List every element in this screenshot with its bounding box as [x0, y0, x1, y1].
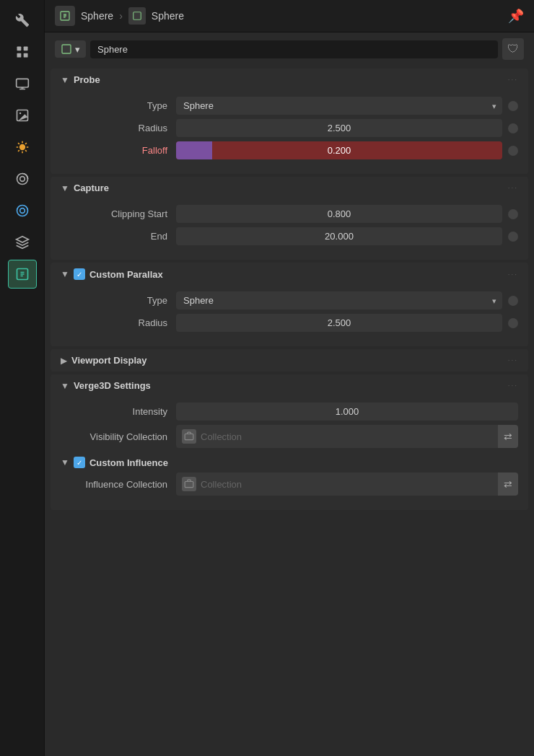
breadcrumb-label1: Sphere — [81, 10, 113, 22]
svg-rect-19 — [185, 482, 193, 488]
svg-rect-17 — [62, 45, 71, 53]
visibility-collection-row: Visibility Collection Collection ⇄ — [61, 425, 518, 448]
shader-icon[interactable] — [8, 133, 37, 162]
constraint-icon[interactable] — [8, 196, 37, 225]
visibility-collection-label: Visibility Collection — [61, 431, 176, 442]
probe-radius-label: Radius — [61, 123, 176, 133]
probe-falloff-label: Falloff — [61, 145, 176, 156]
svg-rect-16 — [134, 12, 141, 20]
panels-container: ▼ Probe ··· Type Sphere ▾ — [45, 66, 534, 756]
custom-influence-title: Custom Influence — [89, 457, 168, 468]
capture-clipping-start-input[interactable] — [176, 205, 502, 223]
parallax-type-select[interactable]: Sphere — [176, 291, 502, 309]
viewport-display-header-left: ▶ Viewport Display — [61, 355, 147, 366]
shield-button[interactable]: 🛡 — [502, 38, 524, 60]
svg-point-8 — [19, 113, 20, 115]
custom-influence-checkbox[interactable]: ✓ — [74, 457, 85, 468]
visibility-collection-field[interactable]: Collection — [176, 425, 498, 448]
visibility-collection-swap-button[interactable]: ⇄ — [498, 425, 518, 448]
data-icon[interactable] — [8, 228, 37, 257]
capture-end-control — [176, 227, 502, 245]
probe-type-label: Type — [61, 100, 176, 111]
probe-panel-body: Type Sphere ▾ Radius — [51, 91, 528, 174]
viewport-display-title: Viewport Display — [71, 355, 147, 366]
verge3d-arrow: ▼ — [61, 381, 69, 391]
svg-rect-3 — [23, 53, 27, 58]
influence-collection-field[interactable]: Collection — [176, 472, 498, 496]
probe-falloff-row: Falloff 0.200 — [61, 141, 518, 159]
custom-influence-header[interactable]: ▼ ✓ Custom Influence — [61, 452, 518, 472]
custom-parallax-header[interactable]: ▼ ✓ Custom Parallax ··· — [51, 263, 528, 286]
tools-icon[interactable] — [8, 6, 37, 35]
probe-icon[interactable] — [8, 260, 37, 289]
svg-point-9 — [19, 144, 25, 150]
object-name-input[interactable] — [90, 40, 498, 58]
modifier-icon[interactable] — [8, 164, 37, 193]
probe-radius-dot[interactable] — [508, 123, 518, 133]
probe-panel-title: Probe — [74, 74, 100, 85]
influence-collection-placeholder: Collection — [201, 479, 242, 490]
object-type-button[interactable]: ▾ — [55, 40, 86, 58]
parallax-radius-label: Radius — [61, 317, 176, 328]
verge3d-intensity-input[interactable] — [176, 403, 518, 421]
influence-collection-wrapper: Collection ⇄ — [176, 472, 518, 496]
probe-radius-input[interactable] — [176, 119, 502, 137]
parallax-radius-dot[interactable] — [508, 318, 518, 328]
breadcrumb-icon2 — [128, 7, 146, 25]
capture-end-dot[interactable] — [508, 232, 518, 242]
verge3d-dots: ··· — [508, 382, 518, 390]
capture-end-input[interactable] — [176, 227, 502, 245]
verge3d-intensity-label: Intensity — [61, 406, 176, 417]
capture-panel: ▼ Capture ··· Clipping Start End — [51, 177, 528, 260]
probe-radius-control — [176, 119, 502, 137]
capture-panel-body: Clipping Start End — [51, 199, 528, 260]
probe-falloff-dot[interactable] — [508, 146, 518, 156]
probe-header-left: ▼ Probe — [61, 74, 100, 85]
capture-clipping-start-dot[interactable] — [508, 209, 518, 219]
probe-falloff-control: 0.200 — [176, 141, 502, 159]
capture-collapse-arrow: ▼ — [61, 183, 69, 193]
probe-type-row: Type Sphere ▾ — [61, 97, 518, 115]
custom-influence-arrow: ▼ — [61, 457, 69, 467]
object-bar: ▾ 🛡 — [45, 32, 534, 66]
breadcrumb-sphere-icon — [55, 6, 75, 26]
parallax-radius-input[interactable] — [176, 314, 502, 332]
probe-type-dot[interactable] — [508, 101, 518, 111]
svg-point-12 — [17, 206, 27, 216]
probe-collapse-arrow: ▼ — [61, 75, 69, 85]
probe-panel-header[interactable]: ▼ Probe ··· — [51, 69, 528, 91]
pin-icon[interactable]: 📌 — [508, 8, 524, 24]
parallax-type-label: Type — [61, 295, 176, 306]
custom-parallax-header-left: ▼ ✓ Custom Parallax — [61, 268, 163, 280]
capture-clipping-start-label: Clipping Start — [61, 208, 176, 219]
verge3d-panel-header[interactable]: ▼ Verge3D Settings ··· — [51, 374, 528, 397]
probe-radius-row: Radius — [61, 119, 518, 137]
svg-rect-1 — [23, 47, 27, 51]
parallax-type-dot[interactable] — [508, 296, 518, 306]
verge3d-title: Verge3D Settings — [74, 380, 151, 391]
viewport-display-panel: ▶ Viewport Display ··· — [51, 349, 528, 372]
custom-parallax-checkbox[interactable]: ✓ — [74, 268, 85, 280]
render-icon[interactable] — [8, 69, 37, 98]
verge3d-intensity-row: Intensity — [61, 403, 518, 421]
capture-panel-header[interactable]: ▼ Capture ··· — [51, 177, 528, 199]
svg-rect-2 — [17, 53, 21, 58]
capture-panel-dots: ··· — [508, 184, 518, 192]
verge3d-panel-body: Intensity Visibility Collection Collecti… — [51, 397, 528, 510]
capture-clipping-start-control — [176, 205, 502, 223]
scene-icon[interactable] — [8, 38, 37, 66]
influence-collection-swap-button[interactable]: ⇄ — [498, 472, 518, 496]
svg-rect-0 — [17, 47, 21, 51]
capture-panel-title: Capture — [74, 183, 109, 193]
image-icon[interactable] — [8, 101, 37, 130]
parallax-type-row: Type Sphere ▾ — [61, 291, 518, 309]
capture-end-row: End — [61, 227, 518, 245]
probe-type-select[interactable]: Sphere — [176, 97, 502, 115]
svg-rect-18 — [185, 434, 193, 440]
svg-point-13 — [19, 208, 25, 214]
influence-collection-label: Influence Collection — [61, 479, 176, 490]
probe-falloff-value: 0.200 — [183, 145, 495, 156]
probe-falloff-bar[interactable]: 0.200 — [176, 141, 502, 159]
custom-parallax-body: Type Sphere ▾ Radius — [51, 286, 528, 346]
viewport-display-header[interactable]: ▶ Viewport Display ··· — [51, 349, 528, 372]
